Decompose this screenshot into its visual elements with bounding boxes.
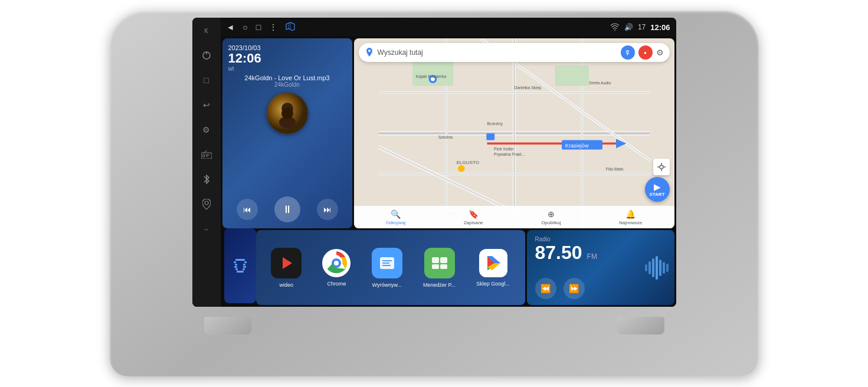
map-area[interactable]: Krasiejów Kajaki Krasienka Danielka Skle… [354, 38, 674, 228]
wifi-signal-icon [610, 22, 620, 32]
location-button[interactable] [653, 159, 670, 175]
svg-text:Piotr Keller: Piotr Keller [494, 147, 514, 151]
battery-level: 17 [638, 23, 646, 31]
svg-rect-64 [237, 271, 244, 273]
app-wyrownyw[interactable]: Wyrównyw... [372, 248, 402, 288]
app-wideo[interactable]: wideo [271, 248, 302, 288]
maps-button[interactable] [286, 22, 295, 33]
music-time: 12:06 [228, 51, 346, 65]
bluetooth-icon[interactable] [198, 171, 215, 188]
wyrownyw-label: Wyrównyw... [372, 282, 402, 288]
google-maps-pin-icon [365, 47, 374, 58]
frame-bottom [192, 308, 676, 337]
svg-rect-75 [440, 257, 447, 263]
wyrownyw-icon [372, 248, 402, 278]
svg-rect-63 [243, 268, 245, 270]
volume-status-icon: 🔊 [624, 23, 633, 31]
screen: K □ ↩ ⚙ ↔ ◄ ○ [192, 18, 676, 307]
music-album-art [267, 93, 308, 134]
svg-rect-61 [243, 266, 246, 268]
svg-point-7 [205, 201, 208, 205]
radio-frequency: 87.50 [535, 242, 582, 263]
recent-button[interactable]: □ [256, 22, 261, 32]
sklep-icon [479, 249, 507, 277]
prev-track-button[interactable]: ⏮ [237, 199, 258, 220]
play-pause-button[interactable]: ⏸ [274, 196, 300, 222]
map-bottom-bar: 🔍 Odkrywaj 🔖 Zapisane ⊕ Opublikuj 🔔 [354, 206, 674, 228]
main-content: ◄ ○ □ ⋮ 🔊 17 12:06 [221, 18, 676, 307]
svg-rect-60 [234, 266, 237, 268]
app-sklep[interactable]: Sklep Googl... [476, 249, 510, 287]
menedzer-icon [424, 248, 455, 278]
volume-icon[interactable]: ↔ [198, 221, 215, 237]
map-tab-odkrywaj[interactable]: 🔍 Odkrywaj [386, 209, 405, 225]
bottom-section: wideo [221, 230, 676, 307]
music-controls: ⏮ ⏸ ⏭ [228, 192, 346, 222]
map-mic-button[interactable]: 🎙 [621, 45, 635, 60]
svg-text:Danielka Sklep: Danielka Sklep [514, 86, 541, 90]
home-button[interactable]: ○ [243, 22, 247, 32]
chrome-label: Chrome [327, 281, 346, 287]
map-tab-najnowsze[interactable]: 🔔 Najnowsze [619, 209, 642, 225]
svg-rect-4 [206, 155, 209, 155]
radio-prev-button[interactable]: ⏪ [535, 278, 556, 299]
menedzer-label: Menedżer P... [423, 282, 456, 288]
svg-text:ELGUSTO: ELGUSTO [456, 160, 479, 165]
svg-text:Kajaki Krasienka: Kajaki Krasienka [415, 74, 446, 79]
svg-point-42 [458, 165, 465, 172]
radio-next-button[interactable]: ⏩ [564, 278, 585, 299]
middle-section: 2023/10/03 12:06 wt 24kGoldn - Love Or L… [221, 37, 676, 230]
svg-point-50 [660, 165, 663, 169]
sklep-label: Sklep Googl... [476, 281, 510, 287]
svg-text:Strefa Audio: Strefa Audio [589, 81, 611, 85]
back-button[interactable]: ◄ [227, 22, 235, 32]
svg-rect-56 [234, 261, 236, 263]
settings-icon[interactable]: ⚙ [198, 122, 215, 138]
map-settings-icon[interactable]: ⚙ [656, 48, 664, 57]
svg-rect-76 [432, 264, 439, 269]
menu-button[interactable]: ⋮ [269, 22, 277, 32]
radio-band: FM [587, 252, 597, 261]
svg-marker-65 [283, 257, 292, 269]
sidebar: K □ ↩ ⚙ ↔ [192, 18, 221, 307]
frame-tab-left [204, 317, 251, 334]
start-navigation-button[interactable]: ▶ START [645, 177, 670, 202]
car-head-unit-frame: K □ ↩ ⚙ ↔ ◄ ○ [110, 11, 759, 376]
music-day: wt [228, 65, 346, 72]
svg-rect-35 [486, 133, 494, 140]
wideo-label: wideo [279, 282, 293, 288]
svg-text:Prywatna Prakt...: Prywatna Prakt... [494, 152, 525, 157]
radio-icon[interactable] [198, 146, 215, 163]
sidebar-icon-k[interactable]: K [198, 22, 215, 39]
map-tab-zapisane[interactable]: 🔖 Zapisane [464, 209, 483, 225]
map-search-bar[interactable]: Wyszukaj tutaj 🎙 ● ⚙ [359, 43, 670, 62]
svg-line-6 [204, 150, 207, 153]
wideo-icon [271, 248, 302, 278]
svg-text:Szkolna: Szkolna [438, 135, 453, 139]
map-tab-opublikuj[interactable]: ⊕ Opublikuj [541, 209, 561, 225]
chrome-icon [322, 249, 351, 277]
back-sidebar-icon[interactable]: ↩ [198, 97, 215, 113]
location-sidebar-icon[interactable] [198, 196, 215, 212]
map-rec-button[interactable]: ● [638, 45, 653, 60]
frame-tab-right [617, 317, 664, 334]
app-chrome[interactable]: Chrome [322, 249, 351, 287]
music-artist: 24kGoldn [228, 81, 346, 88]
svg-rect-59 [243, 264, 245, 265]
svg-rect-77 [440, 264, 447, 269]
map-search-text: Wyszukaj tutaj [378, 48, 617, 57]
app-menedzer[interactable]: Menedżer P... [423, 248, 456, 288]
svg-rect-5 [206, 156, 208, 156]
music-player: 2023/10/03 12:06 wt 24kGoldn - Love Or L… [222, 38, 352, 228]
music-title: 24kGoldn - Love Or Lust.mp3 [228, 74, 346, 81]
svg-point-3 [202, 155, 205, 157]
top-bar-right: 🔊 17 12:06 [610, 22, 670, 32]
next-track-button[interactable]: ⏭ [317, 199, 338, 220]
square-icon[interactable]: □ [198, 72, 215, 88]
power-icon[interactable] [198, 47, 215, 64]
svg-rect-58 [235, 264, 237, 265]
voice-button[interactable] [224, 228, 256, 303]
radio-widget: Radio 87.50 FM ⏪ ⏩ [527, 230, 674, 305]
svg-rect-62 [235, 268, 238, 270]
svg-rect-55 [235, 259, 245, 261]
